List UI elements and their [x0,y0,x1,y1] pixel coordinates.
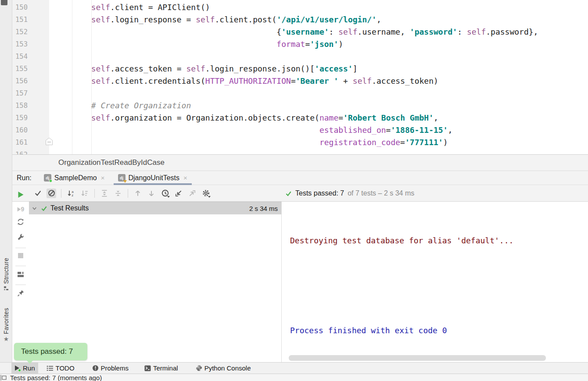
tab-djangounittests[interactable]: dj DjangoUnitTests × [114,171,192,185]
structure-icon [4,286,9,291]
line-number[interactable]: 160 [15,124,49,136]
code-line[interactable]: self.client.credentials(HTTP_AUTHORIZATI… [53,75,588,87]
console-stderr-line: Destroying test database for alias 'defa… [290,236,513,245]
code-line[interactable]: self.login_response = self.client.post('… [53,14,588,26]
running-badge-icon [49,179,52,182]
horizontal-scrollbar[interactable] [289,355,546,361]
toolbar-divider [15,248,26,248]
previous-occurrence-icon[interactable] [133,189,143,198]
django-config-icon: dj [44,174,51,182]
tab-sampledemo[interactable]: dj SampleDemo × [39,171,109,185]
tooltip-tail [26,360,33,364]
close-icon[interactable]: × [101,174,105,182]
star-icon: ★ [4,336,9,342]
problems-icon [92,365,99,371]
code-line[interactable] [53,50,588,63]
test-results-label: Test Results [50,204,89,212]
test-duration: 2 s 34 ms [249,205,278,212]
editor-gutter[interactable]: 150151152153154155156157158159160161162 [12,0,49,154]
run-panel-header: OrganizationTestReadByIdCase [12,154,588,171]
check-icon [285,190,292,197]
code-line[interactable]: # Create Organization [53,100,588,112]
line-number[interactable]: 151 [15,14,49,26]
toolbar-divider [15,285,26,285]
status-message: Tests passed: 7 (moments ago) [10,374,102,381]
export-test-results-icon[interactable] [187,189,197,198]
test-results-row[interactable]: Test Results 2 s 34 ms [29,202,281,214]
line-number[interactable]: 157 [15,87,49,100]
run-panel-body: Test Results 2 s 34 ms Destroying test d… [12,202,588,362]
sort-by-duration-icon[interactable] [80,189,90,198]
terminal-icon [144,365,151,371]
run-icon [14,365,21,371]
fold-region-icon[interactable] [45,137,54,146]
line-number[interactable]: 156 [15,75,49,87]
code-line[interactable]: established_on='1886-11-15', [53,124,588,136]
toolwindow-run[interactable]: Run [11,363,38,374]
code-line[interactable] [53,87,588,100]
import-test-results-icon[interactable] [174,189,183,198]
code-line[interactable]: self.organization = Organization.objects… [53,112,588,124]
pin-icon[interactable] [16,288,25,297]
pycharm-window: Structure Favorites ★ 150151152153154155… [0,0,588,381]
toolwindow-problems[interactable]: Problems [89,363,132,374]
structure-label: Structure [3,258,10,284]
sidebar-item-favorites[interactable]: Favorites ★ [0,308,12,342]
sidebar-item-structure[interactable]: Structure [0,258,12,291]
show-passed-icon[interactable] [33,189,43,198]
toolbar-divider [61,189,61,198]
code-editor[interactable]: 150151152153154155156157158159160161162 … [12,0,588,154]
code-line[interactable]: self.client = APIClient() [53,1,588,14]
dropdown-arrow-icon [208,196,211,198]
expand-all-icon[interactable] [100,189,109,198]
sort-alphabetically-icon[interactable]: a z [66,189,76,198]
run-label: Run: [17,174,32,182]
collapse-all-icon[interactable] [113,189,123,198]
settings-gear-icon[interactable] [201,189,211,198]
toolwindow-todo[interactable]: TODO [43,363,78,374]
toolwindow-toggle-icon[interactable] [0,375,7,381]
line-number[interactable]: 153 [15,38,49,50]
tool-window-cut-icon[interactable] [1,0,7,5]
run-tab-bar: Run: dj SampleDemo × dj DjangoUnitTests … [12,171,588,185]
console-output[interactable]: Destroying test database for alias 'defa… [281,202,588,362]
line-number[interactable]: 159 [15,112,49,124]
code-line[interactable]: format='json') [53,38,588,50]
check-icon [41,205,47,212]
code-area[interactable]: self.client = APIClient() self.login_res… [49,0,588,154]
line-number[interactable]: 162 [15,149,49,154]
rerun-failed-tests-icon[interactable]: 9 [16,205,25,214]
stop-icon[interactable] [16,251,25,260]
line-number[interactable]: 155 [15,63,49,75]
next-occurrence-icon[interactable] [147,189,156,198]
running-dot-icon [18,369,21,372]
line-number[interactable]: 150 [15,1,49,14]
test-settings-wrench-icon[interactable] [16,233,25,242]
restart-badge-icon [123,180,127,183]
test-toolbar: a z [12,185,588,202]
toolwindow-python-console[interactable]: Python Console [193,363,254,374]
toolbar-divider [128,189,128,198]
line-number[interactable]: 154 [15,50,49,63]
code-line[interactable]: registration_code='777111') [53,136,588,149]
toolbar-divider [15,266,26,266]
selected-tab-underline [114,183,192,185]
toggle-auto-test-icon[interactable] [16,217,25,226]
toolwindow-terminal[interactable]: Terminal [141,363,181,374]
close-icon[interactable]: × [183,174,187,182]
code-line[interactable]: {'username': self.username, 'password': … [53,26,588,38]
line-number[interactable]: 158 [15,100,49,112]
favorites-label: Favorites [3,308,10,334]
code-line[interactable] [53,149,588,154]
chevron-down-icon[interactable] [32,206,37,211]
line-number[interactable]: 161 [15,136,49,149]
svg-text:z: z [72,193,73,197]
code-line[interactable]: self.access_token = self.login_response.… [53,63,588,75]
restore-layout-icon[interactable] [16,270,25,279]
dropdown-arrow-icon [167,196,170,198]
todo-list-icon [47,365,54,371]
show-ignored-icon[interactable] [47,189,56,198]
test-history-icon[interactable] [160,189,170,198]
rerun-tests-icon[interactable] [16,190,25,199]
line-number[interactable]: 152 [15,26,49,38]
